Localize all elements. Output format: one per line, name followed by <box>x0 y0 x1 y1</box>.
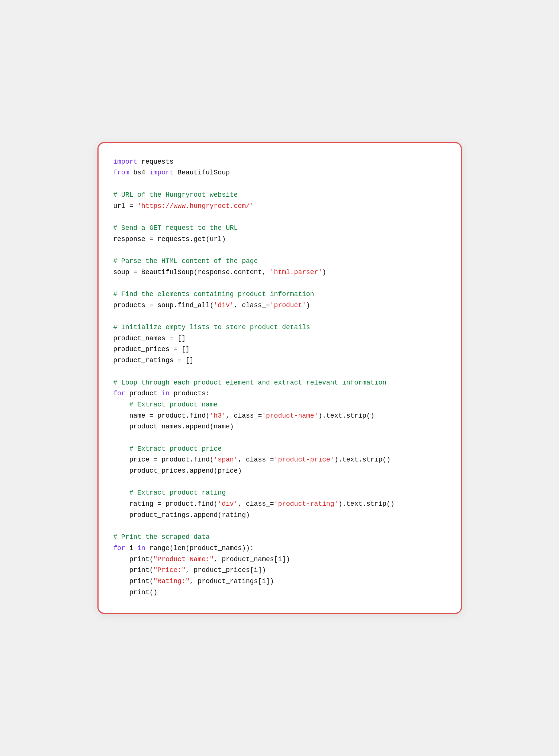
code-token: "Price:" <box>154 566 186 574</box>
code-token: # Print the scraped data <box>113 533 210 541</box>
code-token: response = requests.get(url) <box>113 235 226 243</box>
code-token: # Initialize empty lists to store produc… <box>113 324 310 331</box>
code-token: price = product.find( <box>113 456 214 463</box>
code-token: # Parse the HTML content of the page <box>113 257 258 265</box>
code-token: , class_= <box>234 302 270 309</box>
code-token: requests <box>137 158 173 165</box>
code-token: # Loop through each product element and … <box>113 379 387 386</box>
code-token: product_prices = [] <box>113 345 190 353</box>
code-token: bs4 <box>129 169 150 176</box>
code-token: , product_ratings[i]) <box>190 578 274 585</box>
code-token: , product_names[i]) <box>214 556 290 563</box>
code-line: rating = product.find('div', class_='pro… <box>113 500 395 508</box>
code-token: 'span' <box>214 456 238 463</box>
code-token: # Find the elements containing product i… <box>113 290 314 298</box>
code-line: for i in range(len(product_names)): <box>113 544 254 552</box>
code-line: import requests <box>113 158 174 165</box>
code-token: 'h3' <box>210 412 226 419</box>
code-token: 'https://www.hungryroot.com/' <box>137 202 254 210</box>
code-token: , class_= <box>238 456 274 463</box>
code-line: # Print the scraped data <box>113 533 210 541</box>
code-line: from bs4 import BeautifulSoup <box>113 169 230 176</box>
code-token: in <box>161 390 170 397</box>
code-token: # Send a GET request to the URL <box>113 224 238 232</box>
code-token: for <box>113 544 125 552</box>
code-line: print("Price:", product_prices[i]) <box>113 566 266 574</box>
code-token: product_ratings = [] <box>113 357 194 364</box>
code-token: # Extract product name <box>129 401 218 408</box>
code-token: print() <box>113 589 158 596</box>
code-line: url = 'https://www.hungryroot.com/' <box>113 202 254 210</box>
code-token: ) <box>306 302 310 309</box>
code-line: # Loop through each product element and … <box>113 379 387 386</box>
code-token: , class_= <box>226 412 262 419</box>
code-line: # Extract product name <box>113 401 218 408</box>
code-token: product_names.append(name) <box>113 423 234 430</box>
code-token: range(len(product_names)): <box>145 544 254 552</box>
code-token: ) <box>322 268 326 276</box>
code-token: i <box>125 544 137 552</box>
code-token: ).text.strip() <box>338 500 394 508</box>
code-token: product_names = [] <box>113 335 186 342</box>
code-line: # Send a GET request to the URL <box>113 224 238 232</box>
code-line: # Extract product rating <box>113 489 226 496</box>
code-line: product_prices = [] <box>113 345 190 353</box>
code-token: from <box>113 169 129 176</box>
code-token: import <box>113 158 138 165</box>
code-token: product <box>125 390 161 397</box>
code-line: print("Rating:", product_ratings[i]) <box>113 578 274 585</box>
code-token: BeautifulSoup <box>174 169 230 176</box>
code-token: url = <box>113 202 138 210</box>
code-line: name = product.find('h3', class_='produc… <box>113 412 375 419</box>
code-token <box>113 401 129 408</box>
code-token: print( <box>113 566 154 574</box>
code-content: import requests from bs4 import Beautifu… <box>113 157 446 598</box>
code-line: print() <box>113 589 158 596</box>
code-line: products = soup.find_all('div', class_='… <box>113 302 310 309</box>
code-line: # Find the elements containing product i… <box>113 290 314 298</box>
code-line: product_names.append(name) <box>113 423 234 430</box>
code-token: 'product-rating' <box>274 500 338 508</box>
code-line: price = product.find('span', class_='pro… <box>113 456 391 463</box>
code-token: import <box>150 169 174 176</box>
code-token: # Extract product price <box>129 445 222 453</box>
code-token: for <box>113 390 125 397</box>
code-token: 'div' <box>214 302 234 309</box>
code-line: product_prices.append(price) <box>113 467 242 474</box>
code-line: # URL of the Hungryroot website <box>113 191 238 199</box>
code-token: 'product-price' <box>274 456 334 463</box>
code-token: product_ratings.append(rating) <box>113 511 250 519</box>
code-token: name = product.find( <box>113 412 210 419</box>
code-line: product_ratings.append(rating) <box>113 511 250 519</box>
code-block-container: import requests from bs4 import Beautifu… <box>97 142 462 614</box>
code-token: "Product Name:" <box>154 556 214 563</box>
code-line: for product in products: <box>113 390 210 397</box>
code-token: ).text.strip() <box>334 456 391 463</box>
code-line: soup = BeautifulSoup(response.content, '… <box>113 268 327 276</box>
code-token: , product_prices[i]) <box>186 566 266 574</box>
code-token: 'product' <box>270 302 306 309</box>
code-token: products: <box>170 390 210 397</box>
code-token: # Extract product rating <box>129 489 226 496</box>
code-token: ).text.strip() <box>318 412 374 419</box>
code-line: print("Product Name:", product_names[i]) <box>113 556 290 563</box>
code-line: # Parse the HTML content of the page <box>113 257 258 265</box>
code-token: print( <box>113 556 154 563</box>
code-token <box>113 489 129 496</box>
code-token: soup = BeautifulSoup(response.content, <box>113 268 270 276</box>
code-line: product_ratings = [] <box>113 357 194 364</box>
code-line: product_names = [] <box>113 335 186 342</box>
code-token <box>113 445 129 453</box>
code-token: 'product-name' <box>262 412 318 419</box>
code-token: # URL of the Hungryroot website <box>113 191 238 199</box>
code-token: 'html.parser' <box>270 268 322 276</box>
code-line: # Initialize empty lists to store produc… <box>113 324 310 331</box>
code-token: products = soup.find_all( <box>113 302 214 309</box>
code-token: product_prices.append(price) <box>113 467 242 474</box>
code-token: 'div' <box>218 500 238 508</box>
code-token: "Rating:" <box>154 578 190 585</box>
code-token: rating = product.find( <box>113 500 218 508</box>
code-line: # Extract product price <box>113 445 222 453</box>
code-token: print( <box>113 578 154 585</box>
code-token: , class_= <box>238 500 274 508</box>
